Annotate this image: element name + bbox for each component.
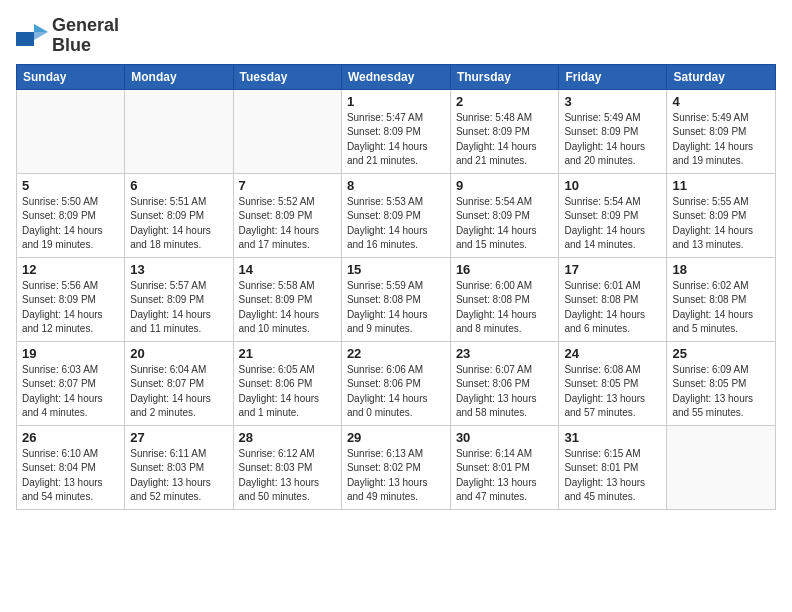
calendar-day-cell: 20Sunrise: 6:04 AMSunset: 8:07 PMDayligh… [125, 341, 233, 425]
calendar-week-row: 1Sunrise: 5:47 AMSunset: 8:09 PMDaylight… [17, 89, 776, 173]
day-info: Sunrise: 5:57 AMSunset: 8:09 PMDaylight:… [130, 279, 227, 337]
logo: General Blue [16, 16, 119, 56]
day-number: 8 [347, 178, 445, 193]
svg-marker-1 [34, 24, 48, 32]
calendar-day-cell: 2Sunrise: 5:48 AMSunset: 8:09 PMDaylight… [450, 89, 559, 173]
logo-blue: Blue [52, 35, 91, 55]
calendar-day-cell: 15Sunrise: 5:59 AMSunset: 8:08 PMDayligh… [341, 257, 450, 341]
calendar-week-row: 12Sunrise: 5:56 AMSunset: 8:09 PMDayligh… [17, 257, 776, 341]
day-number: 9 [456, 178, 554, 193]
day-number: 11 [672, 178, 770, 193]
day-number: 18 [672, 262, 770, 277]
calendar-day-cell: 9Sunrise: 5:54 AMSunset: 8:09 PMDaylight… [450, 173, 559, 257]
calendar-week-row: 19Sunrise: 6:03 AMSunset: 8:07 PMDayligh… [17, 341, 776, 425]
day-info: Sunrise: 5:53 AMSunset: 8:09 PMDaylight:… [347, 195, 445, 253]
day-number: 17 [564, 262, 661, 277]
calendar-day-cell: 22Sunrise: 6:06 AMSunset: 8:06 PMDayligh… [341, 341, 450, 425]
day-info: Sunrise: 5:56 AMSunset: 8:09 PMDaylight:… [22, 279, 119, 337]
day-number: 7 [239, 178, 336, 193]
day-info: Sunrise: 6:10 AMSunset: 8:04 PMDaylight:… [22, 447, 119, 505]
day-info: Sunrise: 5:58 AMSunset: 8:09 PMDaylight:… [239, 279, 336, 337]
calendar-day-cell: 6Sunrise: 5:51 AMSunset: 8:09 PMDaylight… [125, 173, 233, 257]
day-info: Sunrise: 5:48 AMSunset: 8:09 PMDaylight:… [456, 111, 554, 169]
calendar-day-cell: 12Sunrise: 5:56 AMSunset: 8:09 PMDayligh… [17, 257, 125, 341]
day-number: 25 [672, 346, 770, 361]
calendar-day-cell [125, 89, 233, 173]
day-number: 3 [564, 94, 661, 109]
day-number: 22 [347, 346, 445, 361]
calendar-day-cell: 1Sunrise: 5:47 AMSunset: 8:09 PMDaylight… [341, 89, 450, 173]
day-info: Sunrise: 6:07 AMSunset: 8:06 PMDaylight:… [456, 363, 554, 421]
weekday-header: Friday [559, 64, 667, 89]
calendar-table: SundayMondayTuesdayWednesdayThursdayFrid… [16, 64, 776, 510]
day-info: Sunrise: 5:54 AMSunset: 8:09 PMDaylight:… [564, 195, 661, 253]
day-info: Sunrise: 6:13 AMSunset: 8:02 PMDaylight:… [347, 447, 445, 505]
day-number: 24 [564, 346, 661, 361]
day-number: 15 [347, 262, 445, 277]
calendar-day-cell: 26Sunrise: 6:10 AMSunset: 8:04 PMDayligh… [17, 425, 125, 509]
weekday-header: Wednesday [341, 64, 450, 89]
day-info: Sunrise: 6:00 AMSunset: 8:08 PMDaylight:… [456, 279, 554, 337]
calendar-day-cell: 23Sunrise: 6:07 AMSunset: 8:06 PMDayligh… [450, 341, 559, 425]
weekday-header: Tuesday [233, 64, 341, 89]
calendar-day-cell: 17Sunrise: 6:01 AMSunset: 8:08 PMDayligh… [559, 257, 667, 341]
day-number: 29 [347, 430, 445, 445]
day-info: Sunrise: 6:02 AMSunset: 8:08 PMDaylight:… [672, 279, 770, 337]
day-number: 12 [22, 262, 119, 277]
calendar-day-cell: 8Sunrise: 5:53 AMSunset: 8:09 PMDaylight… [341, 173, 450, 257]
calendar-day-cell: 11Sunrise: 5:55 AMSunset: 8:09 PMDayligh… [667, 173, 776, 257]
day-info: Sunrise: 6:15 AMSunset: 8:01 PMDaylight:… [564, 447, 661, 505]
day-info: Sunrise: 5:51 AMSunset: 8:09 PMDaylight:… [130, 195, 227, 253]
day-number: 13 [130, 262, 227, 277]
calendar-day-cell: 16Sunrise: 6:00 AMSunset: 8:08 PMDayligh… [450, 257, 559, 341]
calendar-day-cell: 13Sunrise: 5:57 AMSunset: 8:09 PMDayligh… [125, 257, 233, 341]
weekday-header: Saturday [667, 64, 776, 89]
weekday-header: Sunday [17, 64, 125, 89]
weekday-header: Monday [125, 64, 233, 89]
day-number: 14 [239, 262, 336, 277]
day-number: 27 [130, 430, 227, 445]
calendar-day-cell: 28Sunrise: 6:12 AMSunset: 8:03 PMDayligh… [233, 425, 341, 509]
svg-marker-2 [34, 32, 48, 40]
day-number: 31 [564, 430, 661, 445]
calendar-day-cell [667, 425, 776, 509]
calendar-day-cell: 7Sunrise: 5:52 AMSunset: 8:09 PMDaylight… [233, 173, 341, 257]
weekday-header-row: SundayMondayTuesdayWednesdayThursdayFrid… [17, 64, 776, 89]
calendar-day-cell: 10Sunrise: 5:54 AMSunset: 8:09 PMDayligh… [559, 173, 667, 257]
day-info: Sunrise: 6:09 AMSunset: 8:05 PMDaylight:… [672, 363, 770, 421]
day-number: 4 [672, 94, 770, 109]
calendar-day-cell: 27Sunrise: 6:11 AMSunset: 8:03 PMDayligh… [125, 425, 233, 509]
calendar-day-cell: 21Sunrise: 6:05 AMSunset: 8:06 PMDayligh… [233, 341, 341, 425]
calendar-day-cell: 3Sunrise: 5:49 AMSunset: 8:09 PMDaylight… [559, 89, 667, 173]
calendar-day-cell: 31Sunrise: 6:15 AMSunset: 8:01 PMDayligh… [559, 425, 667, 509]
page-header: General Blue [16, 16, 776, 56]
day-number: 19 [22, 346, 119, 361]
svg-rect-0 [16, 32, 34, 46]
day-number: 30 [456, 430, 554, 445]
day-info: Sunrise: 6:11 AMSunset: 8:03 PMDaylight:… [130, 447, 227, 505]
logo-icon [16, 24, 48, 48]
day-info: Sunrise: 5:52 AMSunset: 8:09 PMDaylight:… [239, 195, 336, 253]
day-number: 20 [130, 346, 227, 361]
day-info: Sunrise: 5:47 AMSunset: 8:09 PMDaylight:… [347, 111, 445, 169]
day-number: 21 [239, 346, 336, 361]
calendar-day-cell: 19Sunrise: 6:03 AMSunset: 8:07 PMDayligh… [17, 341, 125, 425]
calendar-day-cell: 5Sunrise: 5:50 AMSunset: 8:09 PMDaylight… [17, 173, 125, 257]
calendar-day-cell: 14Sunrise: 5:58 AMSunset: 8:09 PMDayligh… [233, 257, 341, 341]
calendar-week-row: 5Sunrise: 5:50 AMSunset: 8:09 PMDaylight… [17, 173, 776, 257]
day-info: Sunrise: 5:54 AMSunset: 8:09 PMDaylight:… [456, 195, 554, 253]
calendar-day-cell: 18Sunrise: 6:02 AMSunset: 8:08 PMDayligh… [667, 257, 776, 341]
day-number: 1 [347, 94, 445, 109]
day-info: Sunrise: 6:06 AMSunset: 8:06 PMDaylight:… [347, 363, 445, 421]
logo-general: General [52, 15, 119, 35]
day-info: Sunrise: 5:55 AMSunset: 8:09 PMDaylight:… [672, 195, 770, 253]
calendar-day-cell: 24Sunrise: 6:08 AMSunset: 8:05 PMDayligh… [559, 341, 667, 425]
day-info: Sunrise: 6:12 AMSunset: 8:03 PMDaylight:… [239, 447, 336, 505]
day-number: 2 [456, 94, 554, 109]
day-number: 10 [564, 178, 661, 193]
day-info: Sunrise: 6:08 AMSunset: 8:05 PMDaylight:… [564, 363, 661, 421]
day-info: Sunrise: 6:03 AMSunset: 8:07 PMDaylight:… [22, 363, 119, 421]
day-number: 6 [130, 178, 227, 193]
calendar-week-row: 26Sunrise: 6:10 AMSunset: 8:04 PMDayligh… [17, 425, 776, 509]
day-info: Sunrise: 6:14 AMSunset: 8:01 PMDaylight:… [456, 447, 554, 505]
